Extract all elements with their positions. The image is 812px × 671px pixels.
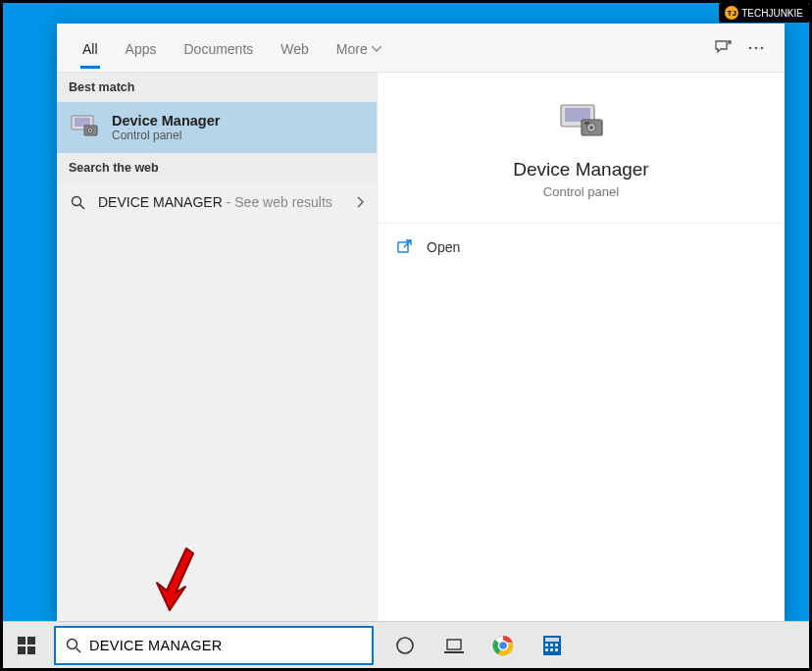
tab-more[interactable]: More: [323, 27, 395, 69]
watermark: TJ TECHJUNKIE: [719, 3, 809, 23]
svg-rect-25: [444, 651, 464, 653]
svg-point-0: [749, 46, 752, 49]
svg-point-21: [68, 639, 77, 648]
best-match-header: Best match: [57, 73, 377, 102]
svg-point-1: [755, 46, 758, 49]
web-result-text: DEVICE MANAGER - See web results: [98, 194, 345, 210]
taskbar: [3, 621, 809, 668]
svg-rect-19: [18, 646, 25, 654]
panel-body: Best match Device Manager Control panel: [57, 73, 785, 622]
taskbar-search-box[interactable]: [54, 626, 374, 665]
svg-rect-18: [27, 637, 35, 645]
chevron-right-icon: [357, 196, 365, 208]
annotation-arrow: [152, 543, 201, 612]
svg-point-2: [761, 46, 764, 49]
search-tabs: All Apps Documents Web More: [57, 24, 785, 73]
feedback-icon[interactable]: [706, 31, 739, 65]
svg-point-14: [589, 126, 593, 129]
svg-rect-31: [550, 644, 553, 646]
windows-logo-icon: [18, 637, 35, 654]
svg-rect-29: [545, 638, 559, 642]
svg-point-27: [499, 641, 508, 649]
more-options-icon[interactable]: [739, 38, 773, 58]
svg-line-22: [76, 647, 81, 652]
detail-header: Device Manager Control panel: [378, 73, 785, 224]
svg-rect-15: [584, 122, 589, 125]
svg-rect-30: [545, 644, 548, 646]
watermark-badge-icon: TJ: [725, 6, 738, 20]
web-header: Search the web: [57, 153, 377, 182]
best-match-subtitle: Control panel: [112, 129, 220, 142]
search-icon: [66, 638, 81, 653]
open-label: Open: [427, 239, 460, 255]
svg-rect-35: [555, 648, 558, 651]
cortana-icon[interactable]: [381, 622, 429, 669]
best-match-title: Device Manager: [112, 113, 220, 129]
svg-line-9: [79, 204, 84, 209]
task-view-icon[interactable]: [431, 622, 478, 669]
tab-all[interactable]: All: [69, 27, 112, 69]
search-icon: [69, 195, 86, 210]
web-result-query: DEVICE MANAGER: [98, 194, 223, 210]
results-column: Best match Device Manager Control panel: [57, 73, 377, 622]
svg-rect-20: [27, 646, 35, 654]
watermark-text: TECHJUNKIE: [741, 8, 803, 19]
svg-point-7: [89, 129, 91, 131]
best-match-result[interactable]: Device Manager Control panel: [57, 102, 377, 153]
detail-title: Device Manager: [513, 159, 648, 181]
open-action[interactable]: Open: [378, 224, 785, 271]
search-input[interactable]: [89, 638, 362, 653]
taskbar-icons: [381, 622, 576, 669]
chrome-icon[interactable]: [480, 622, 527, 669]
svg-rect-16: [398, 242, 408, 252]
svg-rect-24: [447, 640, 461, 649]
tab-apps[interactable]: Apps: [112, 27, 171, 69]
web-result-suffix: - See web results: [223, 194, 332, 210]
web-result[interactable]: DEVICE MANAGER - See web results: [57, 182, 377, 222]
calculator-icon[interactable]: [529, 622, 576, 669]
search-panel: All Apps Documents Web More Best match: [57, 24, 785, 622]
device-manager-large-icon: [556, 102, 607, 143]
best-match-text: Device Manager Control panel: [112, 113, 220, 142]
open-icon: [397, 239, 413, 255]
detail-column: Device Manager Control panel Open: [377, 73, 785, 622]
svg-point-23: [397, 638, 413, 653]
tab-web[interactable]: Web: [267, 27, 323, 69]
detail-subtitle: Control panel: [543, 184, 619, 199]
device-manager-icon: [69, 112, 100, 143]
start-button[interactable]: [3, 622, 50, 669]
chevron-down-icon: [372, 46, 381, 52]
svg-rect-34: [550, 648, 553, 651]
svg-rect-33: [545, 648, 548, 651]
tab-more-label: More: [336, 41, 368, 57]
svg-point-8: [72, 196, 80, 205]
svg-rect-32: [555, 644, 558, 646]
svg-rect-17: [18, 637, 25, 645]
tab-documents[interactable]: Documents: [170, 27, 267, 69]
